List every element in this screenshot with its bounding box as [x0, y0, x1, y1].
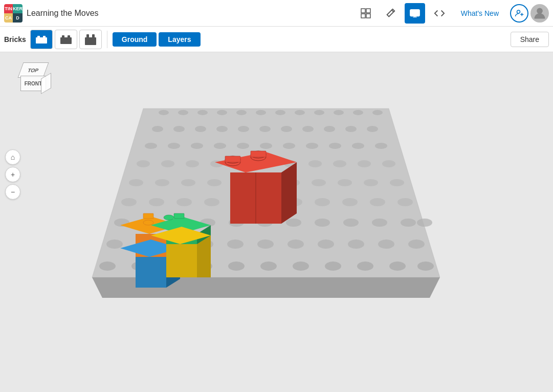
svg-point-95 [286, 219, 301, 227]
logo-tin: TIN [4, 4, 13, 13]
code-icon [434, 8, 445, 19]
logo-ca: CA [4, 13, 13, 23]
svg-point-116 [228, 262, 245, 271]
svg-point-75 [338, 179, 352, 186]
view-cube-front-label: FRONT [25, 81, 42, 86]
svg-point-26 [236, 110, 247, 115]
share-button[interactable]: Share [511, 32, 549, 47]
svg-point-10 [537, 8, 543, 14]
svg-rect-1 [366, 9, 370, 13]
zoom-in-button[interactable]: + [5, 167, 20, 182]
svg-point-107 [287, 239, 304, 249]
svg-point-65 [358, 160, 371, 167]
svg-point-46 [168, 143, 180, 149]
brick-shape-1-button[interactable] [30, 30, 53, 49]
grid-icon [360, 8, 371, 19]
app-logo[interactable]: TIN KER CA D [4, 4, 23, 23]
svg-point-105 [227, 239, 244, 249]
svg-rect-14 [60, 37, 72, 44]
svg-point-35 [173, 126, 185, 132]
svg-point-97 [343, 219, 359, 227]
svg-point-33 [372, 110, 383, 115]
svg-point-88 [397, 198, 413, 206]
svg-point-55 [375, 143, 387, 149]
svg-point-122 [417, 262, 434, 271]
app-title: Learning the Moves [27, 9, 351, 18]
svg-rect-136 [143, 213, 153, 219]
code-editor-button[interactable] [429, 3, 450, 24]
brick-tall-icon [84, 33, 97, 46]
svg-point-67 [129, 179, 143, 186]
svg-point-112 [99, 262, 116, 271]
layers-button[interactable]: Layers [159, 32, 200, 47]
svg-rect-11 [36, 37, 47, 43]
view-mode-button[interactable] [405, 3, 425, 24]
svg-point-96 [315, 219, 330, 227]
svg-point-108 [318, 239, 334, 249]
svg-point-58 [186, 160, 199, 167]
svg-point-111 [408, 239, 425, 249]
svg-point-148 [164, 215, 174, 220]
screen-icon [409, 8, 421, 19]
svg-point-32 [353, 110, 363, 115]
user-area [510, 4, 549, 23]
svg-rect-140 [174, 213, 184, 219]
svg-point-29 [295, 110, 305, 115]
toolbar-divider [107, 31, 107, 48]
svg-point-63 [308, 160, 322, 167]
home-view-button[interactable]: ⌂ [5, 149, 20, 165]
grid-view-button[interactable] [356, 3, 376, 24]
svg-rect-131 [225, 156, 240, 162]
svg-point-41 [302, 126, 314, 132]
svg-point-52 [306, 143, 318, 149]
zoom-in-icon: + [11, 170, 15, 179]
svg-point-7 [517, 10, 520, 13]
home-icon: ⌂ [11, 153, 15, 161]
svg-point-100 [417, 219, 432, 227]
svg-point-37 [216, 126, 228, 132]
brick-shape-3-button[interactable] [79, 30, 102, 49]
svg-point-117 [260, 262, 277, 271]
svg-point-119 [325, 262, 341, 271]
svg-point-43 [345, 126, 357, 132]
svg-point-68 [155, 179, 169, 186]
user-avatar[interactable] [530, 4, 549, 23]
svg-point-77 [390, 179, 404, 186]
brick-shape-2-button[interactable] [55, 30, 77, 49]
view-cube[interactable]: TOP FRONT [15, 62, 51, 103]
svg-point-22 [159, 110, 169, 115]
svg-rect-4 [410, 9, 419, 16]
svg-point-147 [143, 220, 153, 225]
svg-point-25 [217, 110, 227, 115]
zoom-out-button[interactable]: − [5, 184, 20, 200]
header: TIN KER CA D Learning the Moves What's N… [0, 0, 553, 27]
svg-point-78 [121, 198, 137, 206]
whats-new-button[interactable]: What's New [454, 6, 506, 20]
svg-rect-132 [251, 151, 266, 157]
svg-point-34 [152, 126, 163, 132]
svg-point-81 [204, 198, 219, 206]
scene-svg: // We'll use inline SVG ellipses in a pa… [82, 83, 440, 329]
bricks-label: Bricks [4, 35, 26, 43]
svg-point-86 [342, 198, 358, 206]
svg-point-57 [161, 160, 174, 167]
svg-point-53 [329, 143, 341, 149]
logo-ker: KER [13, 4, 23, 13]
avatar-icon [533, 6, 547, 20]
ground-button[interactable]: Ground [113, 32, 157, 47]
build-button[interactable] [380, 3, 401, 24]
svg-point-110 [378, 239, 394, 249]
add-user-button[interactable] [510, 4, 528, 23]
svg-point-64 [333, 160, 346, 167]
svg-point-80 [176, 198, 192, 206]
svg-point-101 [106, 239, 123, 249]
zoom-out-icon: − [11, 188, 15, 196]
person-add-icon [515, 9, 524, 18]
svg-rect-15 [62, 35, 64, 38]
svg-marker-124 [281, 162, 297, 224]
viewport: TOP FRONT ⌂ + − [0, 52, 553, 392]
svg-point-120 [357, 262, 373, 271]
brick-flat-icon [35, 34, 48, 45]
svg-point-85 [315, 198, 330, 206]
svg-point-39 [259, 126, 271, 132]
